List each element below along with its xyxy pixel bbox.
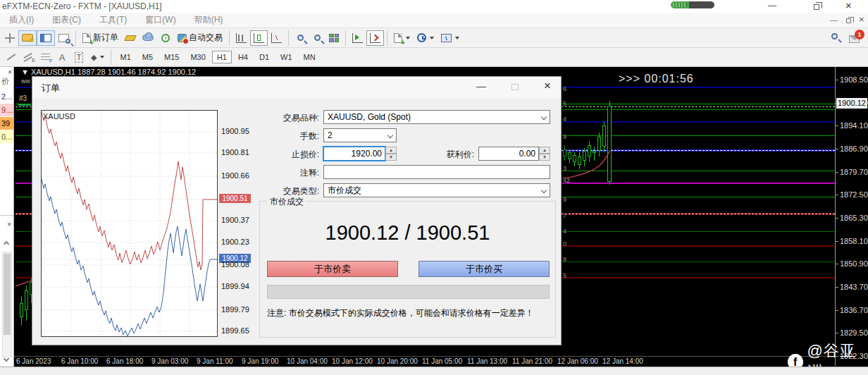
autotrading-button[interactable]: 自动交易 <box>174 30 226 46</box>
comment-input[interactable] <box>323 165 550 179</box>
bar-chart-mode-button[interactable] <box>232 30 250 46</box>
tick-scale-label: 1900.08 <box>221 260 249 269</box>
scroll-up-icon[interactable] <box>4 241 9 247</box>
periods-button[interactable] <box>414 30 438 46</box>
market-watch-close-icon[interactable]: × <box>8 68 12 76</box>
order-label-fragment: 42 <box>563 177 570 184</box>
market-watch-row[interactable]: 0... <box>0 130 14 143</box>
zoom-out-button[interactable] <box>309 30 326 46</box>
symbol-select[interactable]: XAUUSD, Gold (Spot) <box>323 110 550 124</box>
chart-shift-button[interactable] <box>366 30 384 46</box>
text-tool-button[interactable]: A <box>54 49 70 65</box>
timeframe-button-m15[interactable]: M15 <box>159 51 184 63</box>
scrollbar[interactable] <box>2 252 12 357</box>
timeframe-button-h1[interactable]: H1 <box>212 51 232 63</box>
market-watch-row[interactable]: 2... <box>0 90 14 103</box>
window-close-button[interactable]: × <box>845 0 852 11</box>
text-label-tool-button[interactable]: T <box>70 49 87 65</box>
price-scale-label: 1894.10 <box>840 121 868 130</box>
timeframe-button-m1[interactable]: M1 <box>115 51 135 63</box>
window-minimize-button[interactable]: — <box>768 1 776 11</box>
menu-item[interactable]: 窗口(W) <box>136 14 185 26</box>
new-order-label: 新订单 <box>93 32 118 44</box>
market-watch-row[interactable]: 39 <box>0 117 14 130</box>
templates-button[interactable] <box>438 30 463 46</box>
tile-windows-button[interactable] <box>326 30 342 46</box>
dialog-title-bar[interactable]: 订单 — × <box>32 77 561 98</box>
timeframe-button-mn[interactable]: MN <box>299 51 321 63</box>
symbol-label: 交易品种: <box>252 112 319 124</box>
market-watch-row[interactable]: 9.... <box>0 104 14 116</box>
dialog-minimize-button[interactable]: — <box>476 80 486 92</box>
line-chart-mode-button[interactable] <box>268 30 285 46</box>
market-watch-button[interactable] <box>18 30 37 46</box>
dialog-close-button[interactable]: × <box>544 79 551 93</box>
auto-scroll-button[interactable] <box>349 30 366 46</box>
move-chart-button[interactable] <box>1 30 18 46</box>
tick-line <box>42 179 217 336</box>
menu-item[interactable]: 工具(T) <box>90 14 136 26</box>
tick-line <box>42 112 217 270</box>
template-icon <box>441 34 452 42</box>
price-scale-tick <box>835 125 838 126</box>
time-axis-label: 10 Jan 04:00 <box>287 357 328 365</box>
tick-scale-label: 1899.79 <box>221 305 249 314</box>
strategy-tester-button[interactable] <box>55 30 73 46</box>
tick-chart-canvas <box>42 111 217 336</box>
fibonacci-tool-button[interactable]: F <box>37 49 54 65</box>
toolbar-separator <box>75 30 76 46</box>
chart-restore-button[interactable] <box>846 18 851 23</box>
spin-up-icon[interactable]: ▲ <box>385 147 397 154</box>
tick-chart-symbol: XAUUSD <box>43 112 75 121</box>
new-order-button[interactable]: + 新订单 <box>79 30 122 46</box>
timeframe-button-d1[interactable]: D1 <box>254 51 274 63</box>
candlestick-icon <box>254 33 264 43</box>
mql5-community-button[interactable] <box>139 30 157 46</box>
spin-down-icon[interactable]: ▼ <box>385 154 397 161</box>
chevron-down-icon <box>541 114 547 120</box>
arrows-tool-button[interactable]: ◆ <box>87 49 108 65</box>
chart-minimize-button[interactable]: — <box>830 16 838 24</box>
line-chart-icon <box>271 33 282 43</box>
price-scale-axis <box>835 67 836 366</box>
order-type-select[interactable]: 市价成交 <box>323 183 550 197</box>
standard-toolbar: + 新订单 自动交易 + <box>0 28 868 48</box>
tick-scale-label: 1899.94 <box>221 282 249 290</box>
dialog-maximize-button[interactable] <box>512 84 519 90</box>
trendline-tool-button[interactable] <box>3 49 20 65</box>
chart-close-button[interactable]: × <box>859 14 864 25</box>
window-restore-button[interactable] <box>814 4 819 10</box>
spin-up-icon[interactable]: ▲ <box>539 147 550 154</box>
scrollbar-thumb[interactable] <box>4 254 11 335</box>
stop-loss-stepper[interactable]: ▲▼ <box>385 147 397 161</box>
candlestick-mode-button[interactable] <box>250 30 268 46</box>
panel-close-icon[interactable]: × <box>7 221 11 228</box>
menu-item[interactable]: 帮助(H) <box>185 14 232 26</box>
sell-by-market-button[interactable]: 于市价卖 <box>267 261 398 277</box>
spin-down-icon[interactable]: ▼ <box>539 154 550 161</box>
timeframe-button-w1[interactable]: W1 <box>275 51 297 63</box>
timeframe-button-m5[interactable]: M5 <box>137 51 158 63</box>
indicators-icon: + <box>394 33 402 43</box>
notification-badge[interactable]: 1 <box>855 30 864 39</box>
take-profit-input[interactable] <box>478 147 539 161</box>
search-icon[interactable] <box>831 33 838 39</box>
terminal-panel-button[interactable] <box>37 30 55 46</box>
price-scale-tick <box>835 149 838 149</box>
zoom-in-button[interactable] <box>292 30 309 46</box>
menu-item[interactable]: 插入(I) <box>0 14 43 26</box>
stop-loss-input[interactable] <box>323 147 385 161</box>
volume-select[interactable]: 2 <box>323 128 397 142</box>
menu-bar: 插入(I)图表(C)工具(T)窗口(W)帮助(H) — × <box>0 13 868 28</box>
timeframe-button-h4[interactable]: H4 <box>233 51 253 63</box>
timeframe-button-m30[interactable]: M30 <box>185 51 210 63</box>
take-profit-stepper[interactable]: ▲▼ <box>539 147 550 161</box>
channel-tool-button[interactable]: E <box>20 49 37 65</box>
buy-by-market-button[interactable]: 于市价买 <box>418 261 550 277</box>
history-center-button[interactable] <box>122 30 139 46</box>
volume-value: 2 <box>328 130 333 140</box>
web-request-button[interactable] <box>157 30 174 46</box>
menu-item[interactable]: 图表(C) <box>43 14 90 26</box>
text-icon: A <box>59 52 66 63</box>
indicators-button[interactable]: + <box>390 30 414 46</box>
